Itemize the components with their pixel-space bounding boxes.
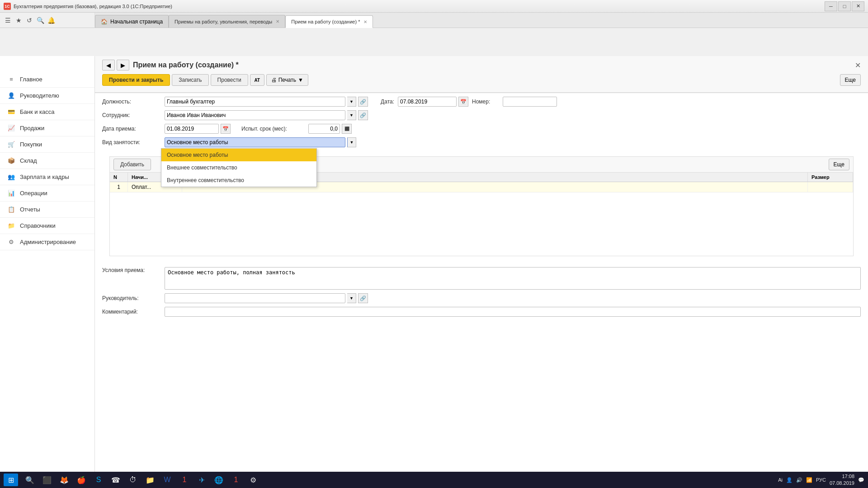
usloviya-input[interactable] (165, 267, 861, 290)
taskbar-1c2[interactable]: 1 (228, 474, 244, 486)
print-button[interactable]: 🖨 Печать ▼ (266, 74, 308, 86)
taskbar-settings[interactable]: ☎ (108, 474, 124, 486)
kommentariy-label: Комментарий: (102, 309, 161, 315)
at-button[interactable]: AT (250, 74, 264, 86)
otchety-icon: 📋 (7, 206, 15, 214)
sidebar-fav-icon[interactable]: ★ (14, 16, 23, 24)
tab-priem-create-close[interactable]: ✕ (363, 19, 367, 24)
vid-zanyatosti-dropdown-btn[interactable]: ▼ (347, 137, 356, 147)
sotrudnik-link-btn[interactable]: 🔗 (358, 110, 368, 120)
dropdown-option-osnovnoe[interactable]: Основное место работы (161, 149, 316, 161)
taskbar-network-icon: 📶 (806, 477, 812, 483)
sidebar-item-operatsii[interactable]: 📊 Операции (0, 185, 94, 202)
sidebar-item-zarplata[interactable]: 👥 Зарплата и кадры (0, 169, 94, 185)
sidebar-item-prodazhi[interactable]: 📈 Продажи (0, 120, 94, 136)
isp-srok-stepper[interactable]: ⬛ (342, 124, 352, 134)
isp-srok-input-group: ⬛ (308, 124, 352, 134)
data-priema-label: Дата приема: (102, 126, 161, 132)
kommentariy-row: Комментарий: (102, 307, 861, 317)
sidebar-item-glavnoe[interactable]: ≡ Главное (0, 71, 94, 88)
sotrudnik-dropdown-btn[interactable]: ▼ (347, 110, 356, 120)
sotrudnik-row: Сотрудник: ▼ 🔗 (102, 110, 861, 120)
taskbar-calc[interactable]: ⏱ (125, 474, 141, 486)
data-calendar-btn[interactable]: 📅 (458, 97, 468, 107)
rukovoditelyu-icon: 👤 (7, 92, 15, 100)
maximize-btn[interactable]: □ (838, 1, 851, 11)
sklad-icon: 📦 (7, 157, 15, 165)
doc-title: Прием на работу (создание) * (133, 61, 239, 69)
taskbar-1c[interactable]: 1 (176, 474, 193, 486)
taskbar-volume-icon: 🔊 (796, 477, 802, 483)
data-priema-input-group: 📅 (165, 124, 231, 134)
vid-zanyatosti-input-group: Основное место работы ▼ (165, 137, 356, 147)
data-priema-input[interactable] (165, 124, 219, 134)
tab-priemy-close[interactable]: ✕ (276, 19, 279, 24)
sidebar-item-otchety[interactable]: 📋 Отчеты (0, 202, 94, 218)
nav-back-btn[interactable]: ◀ (102, 60, 115, 70)
table-more-button[interactable]: Еще (829, 159, 849, 170)
sidebar-label-spravochniki: Справочники (20, 222, 56, 229)
rukovoditel-dropdown-btn[interactable]: ▼ (347, 293, 356, 303)
sidebar-item-admin[interactable]: ⚙ Администрирование (0, 234, 94, 250)
action-buttons: Провести и закрыть Записать Провести AT … (102, 74, 861, 86)
usloviya-label: Условия приема: (102, 267, 161, 273)
sotrudnik-input[interactable] (165, 110, 345, 120)
taskbar-word[interactable]: W (159, 474, 175, 486)
close-btn[interactable]: ✕ (852, 1, 864, 11)
taskbar-notification[interactable]: 💬 (858, 477, 864, 483)
doc-close-btn[interactable]: ✕ (855, 61, 861, 70)
taskbar-browser[interactable]: 🌐 (211, 474, 227, 486)
save-close-button[interactable]: Провести и закрыть (102, 74, 170, 86)
post-button[interactable]: Провести (211, 74, 248, 86)
taskbar-language[interactable]: РУС (816, 477, 826, 483)
dropdown-option-vneshnee[interactable]: Внешнее совместительство (161, 161, 316, 174)
more-button[interactable]: Еще (840, 74, 861, 86)
dropdown-option-vnutrennee[interactable]: Внутреннее совместительство (161, 174, 316, 187)
minimize-btn[interactable]: ─ (825, 1, 837, 11)
nomer-input[interactable] (503, 97, 557, 107)
data-input[interactable] (398, 97, 457, 107)
dolzhnost-input[interactable] (165, 97, 345, 107)
sidebar-menu-icon[interactable]: ☰ (4, 16, 12, 24)
taskbar-explorer[interactable]: 📁 (142, 474, 158, 486)
sidebar-item-rukovoditelyu[interactable]: 👤 Руководителю (0, 88, 94, 104)
tab-priemy[interactable]: Приемы на работу, увольнения, переводы ✕ (169, 15, 285, 28)
rukovoditel-link-btn[interactable]: 🔗 (358, 293, 368, 303)
taskbar-fruit[interactable]: 🍎 (73, 474, 90, 486)
taskbar-task-view[interactable]: ⬛ (39, 474, 55, 486)
start-button[interactable]: ⊞ (4, 474, 18, 486)
taskbar-gear[interactable]: ⚙ (245, 474, 261, 486)
sidebar-item-spravochniki[interactable]: 📁 Справочники (0, 218, 94, 234)
taskbar-skype[interactable]: S (90, 474, 107, 486)
sidebar-item-bank-kassa[interactable]: 💳 Банк и касса (0, 104, 94, 120)
sidebar-notify-icon[interactable]: 🔔 (47, 16, 55, 24)
admin-icon: ⚙ (7, 238, 15, 246)
data-priema-calendar-btn[interactable]: 📅 (221, 124, 231, 134)
sidebar-search-icon[interactable]: 🔍 (36, 16, 44, 24)
dolzhnost-dropdown-btn[interactable]: ▼ (347, 97, 356, 107)
vid-zanyatosti-selected[interactable]: Основное место работы (165, 137, 345, 147)
sidebar-item-pokupki[interactable]: 🛒 Покупки (0, 136, 94, 153)
nav-forward-btn[interactable]: ▶ (117, 60, 129, 70)
form-section: Должность: ▼ 🔗 Дата: 📅 Номер: Сотрудник: (95, 93, 868, 155)
spravochniki-icon: 📁 (7, 222, 15, 230)
data-label: Дата: (372, 99, 394, 105)
isp-srok-input[interactable] (308, 124, 340, 134)
sidebar: ≡ Главное 👤 Руководителю 💳 Банк и касса … (0, 56, 95, 488)
taskbar-firefox[interactable]: 🦊 (56, 474, 72, 486)
sidebar-history-icon[interactable]: ↺ (25, 16, 33, 24)
add-button[interactable]: Добавить (113, 159, 151, 170)
vid-zanyatosti-dropdown: Основное место работы Внешнее совместите… (161, 148, 317, 187)
taskbar-telegram[interactable]: ✈ (193, 474, 210, 486)
tab-priem-create[interactable]: Прием на работу (создание) * ✕ (285, 15, 373, 28)
sidebar-item-sklad[interactable]: 📦 Склад (0, 153, 94, 169)
rukovoditel-input[interactable] (165, 293, 345, 303)
save-button[interactable]: Записать (172, 74, 208, 86)
usloviya-row: Условия приема: (102, 267, 861, 290)
kommentariy-input[interactable] (165, 307, 861, 317)
window-controls: ─ □ ✕ (825, 1, 864, 11)
tab-home[interactable]: 🏠 Начальная страница (95, 15, 169, 28)
taskbar-search[interactable]: 🔍 (22, 474, 38, 486)
dolzhnost-link-btn[interactable]: 🔗 (358, 97, 368, 107)
pokupki-icon: 🛒 (7, 141, 15, 149)
